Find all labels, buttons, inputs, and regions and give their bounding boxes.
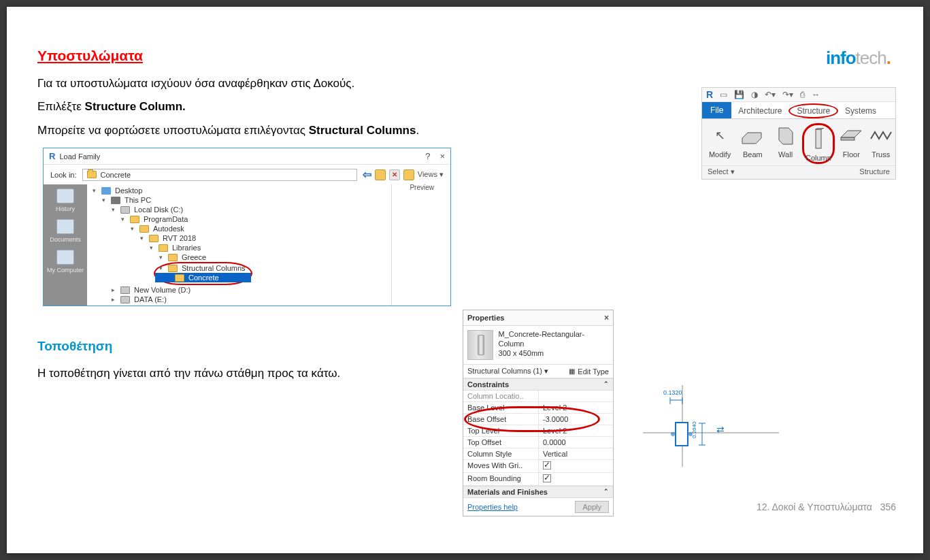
tree-toggle-icon[interactable]: ▾	[158, 254, 164, 261]
close-icon[interactable]: ×	[439, 151, 445, 161]
save-icon[interactable]: 💾	[734, 90, 744, 99]
tree-item[interactable]: ▸DATA (E:)	[87, 295, 391, 304]
delete-icon[interactable]: ✕	[389, 169, 400, 180]
tree-toggle-icon[interactable]: ▾	[110, 206, 116, 213]
ribbon-floor[interactable]: Floor	[835, 123, 867, 164]
help-icon[interactable]: ?	[425, 151, 430, 161]
tree-toggle-icon[interactable]: ▸	[110, 296, 116, 303]
tree-item-label: Desktop	[115, 186, 142, 195]
property-row[interactable]: Moves With Gri..	[463, 460, 613, 473]
sidebar-item-history[interactable]: History	[44, 188, 87, 212]
up-folder-icon[interactable]	[375, 169, 386, 180]
tree-item[interactable]: ▾Greece	[87, 252, 391, 262]
redo-icon[interactable]: ↷▾	[782, 90, 793, 99]
edit-type-button[interactable]: Edit Type	[578, 367, 609, 376]
open-icon[interactable]: ▭	[720, 90, 727, 99]
ribbon-column[interactable]: Column	[802, 123, 835, 164]
checkbox-icon[interactable]	[543, 474, 551, 482]
tree-item[interactable]: ▸New Volume (D:)	[87, 285, 391, 295]
tree-toggle-icon[interactable]: ▾	[91, 187, 97, 194]
tab-systems[interactable]: Systems	[838, 103, 883, 118]
tree-toggle-icon[interactable]: ▾	[158, 265, 164, 271]
properties-footer: Properties help Apply	[463, 498, 613, 516]
preview-label: Preview	[410, 184, 434, 191]
tree-item[interactable]: ▾RVT 2018	[87, 233, 391, 243]
column-placement-sketch: 0.1320 0.2640 ⇄	[643, 385, 779, 467]
tree-item[interactable]: ▾This PC	[87, 195, 391, 205]
ribbon-truss[interactable]: Truss	[867, 123, 894, 164]
tree-item[interactable]: ▾ProgramData	[87, 214, 391, 224]
checkbox-icon[interactable]	[543, 461, 551, 470]
property-value[interactable]	[538, 473, 613, 486]
property-row[interactable]: Top Offset0.0000	[463, 437, 613, 448]
property-row[interactable]: Top LevelLevel 2	[463, 425, 613, 437]
lookin-value: Concrete	[101, 171, 131, 179]
ribbon-modify-label: Modify	[703, 150, 736, 159]
property-value[interactable]: Vertical	[538, 448, 613, 460]
property-row[interactable]: Column Locatio..	[463, 391, 613, 402]
tree-toggle-icon[interactable]: ▾	[120, 216, 126, 223]
tree-item[interactable]: ▾Local Disk (C:)	[87, 205, 391, 214]
collapse-icon[interactable]: ⌃	[603, 380, 609, 387]
lookin-field[interactable]: Concrete	[82, 169, 357, 181]
tree-toggle-icon[interactable]: ▾	[101, 197, 107, 203]
properties-help-link[interactable]: Properties help	[467, 503, 518, 511]
ribbon-beam-label: Beam	[736, 150, 769, 159]
tree-item[interactable]: ▾Autodesk	[87, 224, 391, 233]
property-row[interactable]: Base LevelLevel 2	[463, 402, 613, 414]
ribbon-wall[interactable]: Wall	[769, 123, 801, 164]
undo-icon[interactable]: ↶▾	[765, 90, 776, 99]
tree-toggle-icon[interactable]: ▾	[129, 225, 135, 232]
tab-architecture[interactable]: Architecture	[731, 103, 788, 118]
dialog-toolbar: Look in: Concrete ⇦ ✕ Views ▾	[44, 165, 450, 184]
tree-toggle-icon[interactable]: ▾	[139, 235, 145, 242]
property-row[interactable]: Column StyleVertical	[463, 448, 613, 460]
disk-icon	[120, 286, 130, 294]
property-value[interactable]: 0.0000	[538, 437, 613, 448]
close-icon[interactable]: ×	[604, 313, 609, 323]
tree-item[interactable]: ▾Libraries	[87, 243, 391, 252]
collapse-icon[interactable]: ⌃	[603, 488, 609, 495]
property-value[interactable]: Level 2	[538, 425, 613, 437]
svg-point-7	[671, 432, 675, 436]
sidebar-item-documents[interactable]: Documents	[44, 219, 87, 243]
ribbon-column-label: Column	[804, 154, 833, 162]
group-constraints: Constraints ⌃	[463, 378, 613, 391]
ribbon-modify[interactable]: Modify	[703, 123, 736, 164]
category-selector[interactable]: Structural Columns (1) ▾	[467, 367, 566, 376]
sidebar-item-mycomputer[interactable]: My Computer	[44, 250, 87, 274]
sync-icon[interactable]: ◑	[751, 90, 758, 99]
property-value[interactable]: Level 2	[538, 402, 613, 414]
ribbon-select-menu[interactable]: Select ▾	[708, 167, 735, 176]
tree-item-concrete-selected[interactable]: Concrete	[155, 273, 251, 282]
ribbon-wall-label: Wall	[769, 150, 801, 159]
measure-icon[interactable]: ↔	[812, 90, 820, 99]
views-dropdown[interactable]: Views ▾	[418, 170, 444, 179]
property-row[interactable]: Base Offset-3.0000	[463, 414, 613, 425]
tree-highlight-block: ▾Structural ColumnsConcrete	[87, 262, 391, 285]
property-value[interactable]	[538, 391, 613, 402]
tab-structure[interactable]: Structure	[788, 103, 838, 118]
property-value[interactable]	[538, 460, 613, 473]
dim-top-label: 0.1320	[663, 389, 682, 396]
back-icon[interactable]: ⇦	[363, 168, 371, 181]
tree-item-label: Greece	[182, 253, 206, 261]
tree-toggle-icon[interactable]: ▾	[148, 244, 154, 251]
apply-button[interactable]: Apply	[575, 501, 609, 513]
tree-toggle-icon[interactable]: ▸	[110, 286, 116, 293]
logo-part-tech: tech	[856, 48, 886, 68]
pc-icon	[111, 197, 120, 204]
tab-file[interactable]: File	[702, 102, 731, 118]
new-folder-icon[interactable]	[403, 169, 414, 180]
tree-item[interactable]: ▾Desktop	[87, 186, 391, 195]
property-value[interactable]: -3.0000	[538, 414, 613, 425]
properties-type-header[interactable]: M_Concrete-Rectangular-Column 300 x 450m…	[463, 326, 613, 365]
print-icon[interactable]: ⎙	[800, 90, 805, 99]
property-row[interactable]: Room Bounding	[463, 473, 613, 486]
tree-item-label: Structural Columns	[182, 264, 246, 272]
ribbon-beam[interactable]: Beam	[736, 123, 769, 164]
group-materials-label: Materials and Finishes	[467, 488, 548, 496]
tree-item-structural-columns[interactable]: ▾Structural Columns	[158, 263, 246, 273]
ribbon-truss-label: Truss	[867, 150, 894, 159]
folder-icon	[139, 225, 149, 233]
